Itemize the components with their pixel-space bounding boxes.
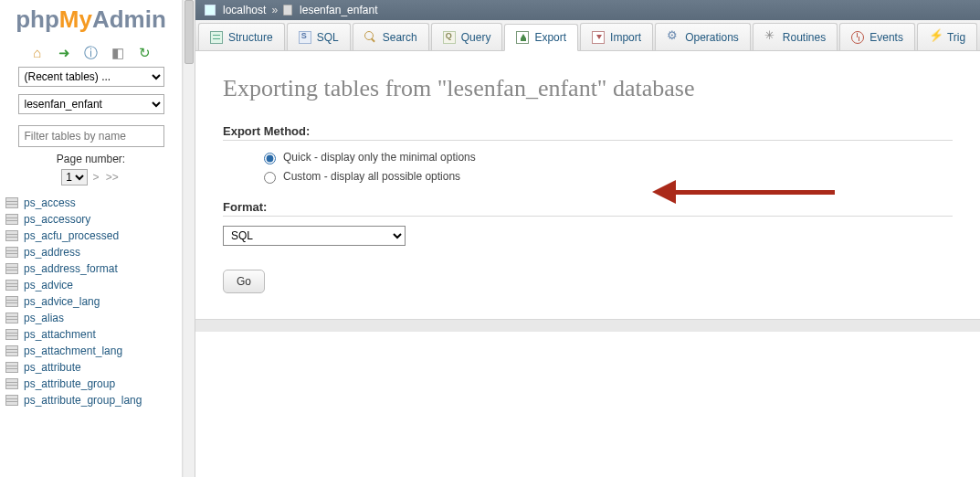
list-item[interactable]: ps_accessory	[5, 211, 176, 228]
export-custom-label: Custom - display all possible options	[283, 170, 460, 183]
annotation-arrow	[652, 185, 835, 201]
export-quick-radio[interactable]	[264, 153, 276, 164]
sidebar-scrollbar[interactable]	[183, 0, 195, 477]
table-icon	[5, 247, 18, 258]
tab-structure[interactable]: Structure	[198, 23, 285, 50]
breadcrumb: localhost » lesenfan_enfant	[195, 0, 980, 20]
sidebar: phpMyAdmin ⌂ ➜ ⓘ ◧ ↻ (Recent tables) ...…	[0, 0, 183, 477]
list-item[interactable]: ps_acfu_processed	[5, 228, 176, 244]
reload-icon[interactable]: ↻	[136, 45, 153, 61]
home-icon[interactable]: ⌂	[29, 45, 46, 61]
database-icon	[283, 5, 292, 16]
format-select[interactable]: SQL	[223, 226, 406, 246]
recent-tables-select[interactable]: (Recent tables) ...	[18, 67, 164, 87]
sql-query-icon[interactable]: ◧	[110, 45, 126, 61]
breadcrumb-server[interactable]: localhost	[223, 4, 266, 16]
operations-icon	[667, 31, 680, 44]
breadcrumb-database[interactable]: lesenfan_enfant	[300, 4, 377, 16]
list-item[interactable]: ps_advice	[5, 277, 176, 293]
routines-icon	[764, 31, 777, 44]
table-pager: 1 > >>	[0, 169, 182, 186]
table-icon	[5, 296, 18, 307]
table-icon	[5, 313, 18, 323]
content: Exporting tables from "lesenfan_enfant" …	[195, 51, 980, 341]
table-icon	[5, 329, 18, 340]
list-item[interactable]: ps_alias	[5, 310, 176, 326]
logout-icon[interactable]: ➜	[56, 45, 72, 61]
main-area: localhost » lesenfan_enfant Structure SQ…	[195, 0, 980, 477]
tabs: Structure SQL Search Query Export Import…	[195, 20, 980, 51]
export-method-label: Export Method:	[223, 124, 953, 138]
triggers-icon	[929, 31, 942, 44]
divider	[223, 216, 953, 217]
list-item[interactable]: ps_attachment	[5, 326, 176, 343]
help-icon[interactable]: ⓘ	[83, 45, 100, 61]
structure-icon	[210, 31, 223, 44]
list-item[interactable]: ps_attachment_lang	[5, 343, 176, 359]
search-icon	[364, 31, 377, 44]
page-number-select[interactable]: 1	[61, 169, 88, 186]
export-quick-label: Quick - display only the minimal options	[283, 151, 476, 164]
pager-last[interactable]: >>	[106, 171, 119, 184]
table-icon	[5, 345, 18, 356]
table-icon	[5, 378, 18, 389]
database-select[interactable]: lesenfan_enfant	[18, 94, 164, 114]
tab-export[interactable]: Export	[504, 24, 578, 51]
list-item[interactable]: ps_address	[5, 244, 176, 260]
footer-bar	[195, 319, 980, 332]
list-item[interactable]: ps_advice_lang	[5, 293, 176, 310]
tab-routines[interactable]: Routines	[753, 23, 838, 50]
table-icon	[5, 230, 18, 241]
tab-operations[interactable]: Operations	[655, 23, 751, 50]
list-item[interactable]: ps_access	[5, 195, 176, 211]
filter-tables-input[interactable]	[18, 125, 164, 147]
export-custom-option[interactable]: Custom - display all possible options	[259, 169, 953, 184]
sql-icon	[299, 31, 311, 44]
export-quick-option[interactable]: Quick - display only the minimal options	[259, 150, 953, 164]
table-icon	[5, 214, 18, 225]
list-item[interactable]: ps_attribute_group_lang	[5, 392, 176, 408]
list-item[interactable]: ps_address_format	[5, 260, 176, 277]
format-label: Format:	[223, 200, 953, 214]
nav-icons: ⌂ ➜ ⓘ ◧ ↻	[0, 43, 182, 59]
divider	[223, 140, 953, 141]
page-number-label: Page number:	[0, 153, 182, 165]
table-list: ps_access ps_accessory ps_acfu_processed…	[0, 195, 182, 408]
tab-events[interactable]: Events	[839, 23, 915, 50]
pager-next[interactable]: >	[92, 171, 99, 184]
list-item[interactable]: ps_attribute_group	[5, 376, 176, 392]
tab-search[interactable]: Search	[353, 23, 429, 50]
breadcrumb-separator: »	[271, 4, 278, 16]
table-icon	[5, 362, 18, 373]
logo[interactable]: phpMyAdmin	[0, 5, 182, 34]
scrollbar-thumb[interactable]	[184, 0, 194, 64]
go-button[interactable]: Go	[223, 270, 265, 293]
import-icon	[592, 31, 605, 44]
export-method-options: Quick - display only the minimal options…	[259, 150, 953, 184]
table-icon	[5, 197, 18, 208]
server-icon	[205, 5, 216, 16]
list-item[interactable]: ps_attribute	[5, 359, 176, 376]
tab-sql[interactable]: SQL	[287, 23, 351, 50]
table-icon	[5, 395, 18, 406]
export-icon	[516, 31, 529, 44]
query-icon	[443, 31, 456, 44]
table-icon	[5, 263, 18, 274]
table-icon	[5, 280, 18, 291]
export-custom-radio[interactable]	[264, 172, 276, 184]
page-title: Exporting tables from "lesenfan_enfant" …	[223, 75, 953, 102]
tab-import[interactable]: Import	[580, 23, 653, 50]
tab-triggers[interactable]: Trig	[917, 23, 977, 50]
tab-query[interactable]: Query	[431, 23, 503, 50]
events-icon	[851, 31, 864, 44]
